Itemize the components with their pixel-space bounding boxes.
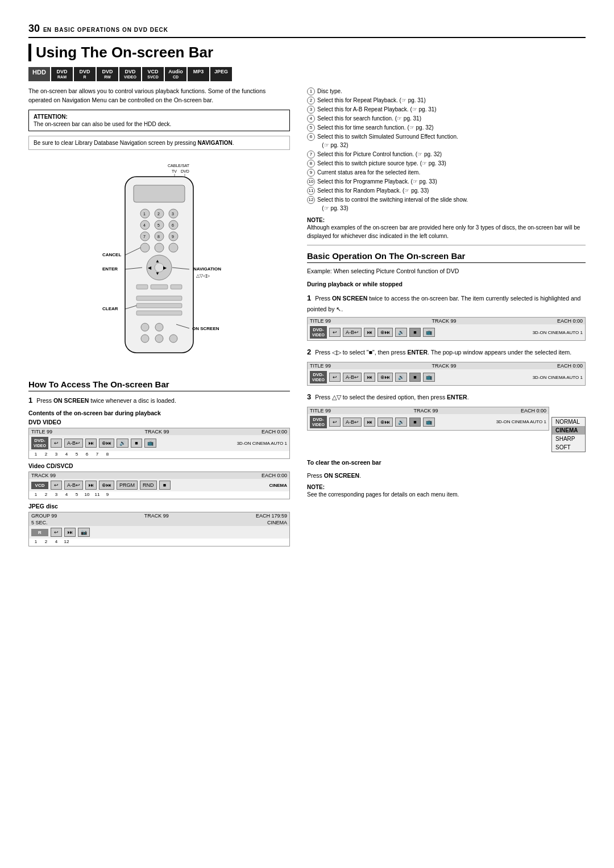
svg-text:2: 2 (157, 212, 160, 216)
jpeg-bar: GROUP 99 TRACK 99 EACH 179:59 5 SEC. CIN… (28, 512, 290, 546)
list-item-3: 3 Select this for A-B Repeat Playback. (… (307, 105, 586, 114)
bb3-search[interactable]: ⏭ (364, 418, 375, 427)
bb3-pic[interactable]: ■ (409, 418, 421, 427)
bb2-pic[interactable]: ■ (409, 373, 421, 382)
btn-vcd-time[interactable]: ⊕⏭ (99, 481, 114, 490)
btn-vcd-prgm[interactable]: PRGM (117, 481, 138, 490)
vcd-bar-body: VCD ↩ A-B↩ ⏭ ⊕⏭ PRGM RND ■ CINEMA (29, 479, 289, 491)
disc-mp3: MP3 (188, 67, 209, 81)
svg-text:▲: ▲ (155, 258, 160, 264)
dvd-bar-nums: 1 2 3 4 5 6 7 8 (29, 451, 289, 458)
svg-point-43 (155, 335, 163, 343)
vcd-cinema-label: CINEMA (269, 483, 287, 488)
bb2-repeat[interactable]: ↩ (329, 373, 341, 382)
bb1-repeat[interactable]: ↩ (329, 328, 341, 337)
svg-text:9: 9 (172, 235, 174, 239)
bb3-time[interactable]: ⊕⏭ (377, 418, 393, 427)
basic-bar-3: TITLE 99 TRACK 99 EACH 0:00 DVD-VIDEO ↩ … (307, 407, 549, 431)
btn-ab-repeat[interactable]: A-B↩ (64, 439, 83, 448)
bb2-ab[interactable]: A-B↩ (343, 373, 362, 382)
list-item-1: 1 Disc type. (307, 87, 586, 95)
bb1-ab[interactable]: A-B↩ (343, 328, 362, 337)
step2-block: 2 Press ◁▷ to select "■", then press ENT… (307, 347, 586, 386)
left-column: The on-screen bar allows you to control … (28, 87, 290, 550)
note2-box: NOTE: See the corresponding pages for de… (307, 484, 586, 499)
note-title: NOTE: (307, 217, 586, 223)
disc-dvd-video: DVDVIDEO (119, 67, 141, 81)
bb3-src[interactable]: 📺 (423, 418, 435, 427)
btn-vcd-rnd[interactable]: RND (140, 481, 157, 490)
bb2-time[interactable]: ⊕⏭ (377, 373, 393, 382)
bb2-surr[interactable]: 🔊 (395, 373, 407, 382)
btn-repeat[interactable]: ↩ (51, 439, 62, 448)
disc-dvd-r: DVDR (74, 67, 96, 81)
popup-item-soft[interactable]: SOFT (552, 443, 585, 452)
bb1-surr[interactable]: 🔊 (395, 328, 407, 337)
disc-dvd-rw: DVDRW (97, 67, 118, 81)
list-item-7: 7 Select this for Picture Control functi… (307, 150, 586, 158)
svg-point-27 (169, 243, 178, 252)
svg-text:ENTER: ENTER (102, 266, 118, 272)
list-item-2: 2 Select this for Repeat Playback. (☞ pg… (307, 96, 586, 105)
popup-item-sharp[interactable]: SHARP (552, 435, 585, 443)
svg-text:△▽◁▷: △▽◁▷ (196, 273, 210, 278)
popup-item-cinema[interactable]: CINEMA (552, 426, 585, 435)
bb1-search[interactable]: ⏭ (364, 328, 375, 337)
svg-text:ON SCREEN: ON SCREEN (192, 326, 219, 331)
btn-vcd-search[interactable]: ⏭ (85, 481, 97, 490)
bb3-ab[interactable]: A-B↩ (343, 418, 362, 427)
bb1-pic[interactable]: ■ (409, 328, 421, 337)
basic-bar1-label: DVD-VIDEO (310, 326, 327, 339)
svg-rect-38 (136, 303, 182, 308)
btn-picture[interactable]: ■ (131, 439, 142, 448)
list-item-4: 4 Select this for search function. (☞ pg… (307, 114, 586, 123)
bb1-src[interactable]: 📺 (423, 328, 435, 337)
popup-item-normal[interactable]: NORMAL (552, 418, 585, 426)
bb3-surr[interactable]: 🔊 (395, 418, 407, 427)
bb3-repeat[interactable]: ↩ (329, 418, 341, 427)
basic-bar-2: TITLE 99 TRACK 99 EACH 0:00 DVD-VIDEO ↩ … (307, 362, 586, 386)
svg-text:7: 7 (143, 235, 146, 239)
svg-rect-37 (136, 296, 182, 301)
bb2-search[interactable]: ⏭ (364, 373, 375, 382)
during-playback: During playback or while stopped (307, 279, 586, 289)
svg-text:1: 1 (143, 212, 146, 216)
svg-text:NAVIGATION: NAVIGATION (193, 266, 221, 272)
svg-text:5: 5 (157, 223, 160, 227)
bb2-src[interactable]: 📺 (423, 373, 435, 382)
btn-jpeg-search[interactable]: ⏭ (64, 528, 76, 537)
btn-search[interactable]: ⏭ (85, 439, 97, 448)
btn-surround[interactable]: 🔊 (117, 439, 128, 448)
disc-dvd-ram: DVDRAM (51, 67, 73, 81)
jpeg-bar-body: R ↩ ⏭ 📷 (29, 526, 289, 539)
basic-bar-1: TITLE 99 TRACK 99 EACH 0:00 DVD-VIDEO ↩ … (307, 317, 586, 341)
bb1-time[interactable]: ⊕⏭ (377, 328, 393, 337)
btn-time-search[interactable]: ⊕⏭ (99, 439, 114, 448)
disc-hdd: HDD (28, 67, 50, 81)
btn-jpeg-slide[interactable]: 📷 (78, 528, 90, 537)
btn-jpeg-repeat[interactable]: ↩ (51, 528, 62, 537)
clear-text: Press ON SCREEN. (307, 471, 586, 481)
btn-vcd-repeat[interactable]: ↩ (51, 481, 62, 490)
dvd-bar-body: DVD-VIDEO ↩ A-B↩ ⏭ ⊕⏭ 🔊 ■ 📺 3D-ON CINEMA… (29, 435, 289, 451)
svg-point-41 (155, 323, 163, 331)
btn-source[interactable]: 📺 (144, 439, 156, 448)
note-text: Although examples of the on-screen bar a… (307, 223, 586, 240)
svg-point-26 (155, 243, 164, 252)
basic-op-title: Basic Operation On The On-screen Bar (307, 251, 586, 263)
main-title: Using The On-screen Bar (28, 44, 586, 61)
svg-point-42 (141, 335, 149, 343)
page-subtitle: BASIC OPERATIONS ON DVD DECK (55, 27, 168, 33)
svg-text:◀: ◀ (148, 265, 152, 270)
btn-vcd-ab[interactable]: A-B↩ (64, 481, 83, 490)
clear-title: To clear the on-screen bar (307, 458, 586, 468)
jpeg-bar-nums: 1 2 4 12 (29, 539, 289, 546)
svg-rect-35 (151, 285, 168, 289)
btn-vcd-stop[interactable]: ■ (159, 481, 171, 490)
nav-note-text: Be sure to clear Library Database Naviga… (34, 140, 234, 146)
step1-text: 1 Press ON SCREEN twice whenever a disc … (28, 395, 290, 407)
list-item-9: 9 Current status area for the selected i… (307, 168, 586, 177)
dvd-video-label: DVD VIDEO (28, 419, 290, 425)
basic-bar-3-wrapper: TITLE 99 TRACK 99 EACH 0:00 DVD-VIDEO ↩ … (307, 407, 586, 452)
svg-point-25 (140, 243, 150, 252)
